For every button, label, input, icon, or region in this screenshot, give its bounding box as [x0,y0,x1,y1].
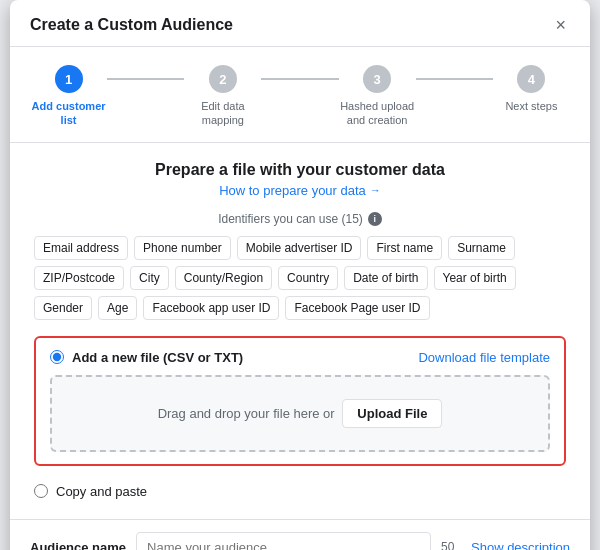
modal-title: Create a Custom Audience [30,16,233,34]
connector-3-4 [416,78,493,80]
step-1-circle: 1 [55,65,83,93]
identifier-tag: Gender [34,296,92,320]
modal-footer: Audience name 50 Show description [10,519,590,550]
char-count: 50 [441,540,461,550]
section-title: Prepare a file with your customer data [34,161,566,179]
modal-header: Create a Custom Audience × [10,0,590,47]
identifiers-label: Identifiers you can use (15) i [34,212,566,226]
info-icon[interactable]: i [368,212,382,226]
upload-radio[interactable] [50,350,64,364]
show-description-link[interactable]: Show description [471,540,570,550]
identifier-tag: Date of birth [344,266,427,290]
tags-container: Email addressPhone numberMobile advertis… [34,236,566,320]
identifier-tag: Age [98,296,137,320]
step-3-label: Hashed upload and creation [339,99,416,128]
modal-body: Prepare a file with your customer data H… [10,143,590,519]
step-4: 4 Next steps [493,65,570,113]
connector-1-2 [107,78,184,80]
section-link-container: How to prepare your data → [34,183,566,198]
upload-option-header: Add a new file (CSV or TXT) Download fil… [50,350,550,365]
identifier-tag: Country [278,266,338,290]
step-3: 3 Hashed upload and creation [339,65,416,128]
audience-name-input[interactable] [136,532,431,550]
identifier-tag: Phone number [134,236,231,260]
step-1: 1 Add customer list [30,65,107,128]
identifier-tag: Email address [34,236,128,260]
download-template-link[interactable]: Download file template [418,350,550,365]
stepper: 1 Add customer list 2 Edit data mapping … [10,47,590,143]
identifier-tag: Facebook app user ID [143,296,279,320]
copy-paste-option: Copy and paste [34,478,566,505]
upload-file-button[interactable]: Upload File [342,399,442,428]
connector-2-3 [261,78,338,80]
copy-paste-radio[interactable] [34,484,48,498]
step-2: 2 Edit data mapping [184,65,261,128]
identifier-tag: City [130,266,169,290]
step-3-circle: 3 [363,65,391,93]
drop-zone[interactable]: Drag and drop your file here or Upload F… [50,375,550,452]
close-button[interactable]: × [551,14,570,36]
step-4-circle: 4 [517,65,545,93]
copy-paste-label[interactable]: Copy and paste [56,484,147,499]
prepare-data-link[interactable]: How to prepare your data → [219,183,381,198]
step-1-label: Add customer list [30,99,107,128]
identifier-tag: First name [367,236,442,260]
identifier-tag: Mobile advertiser ID [237,236,362,260]
external-link-icon: → [370,184,381,196]
step-2-label: Edit data mapping [184,99,261,128]
upload-section: Add a new file (CSV or TXT) Download fil… [34,336,566,466]
step-2-circle: 2 [209,65,237,93]
identifier-tag: County/Region [175,266,272,290]
upload-option-label[interactable]: Add a new file (CSV or TXT) [50,350,243,365]
audience-name-label: Audience name [30,540,126,550]
step-4-label: Next steps [505,99,557,113]
identifier-tag: Facebook Page user ID [285,296,429,320]
identifier-tag: Year of birth [434,266,516,290]
identifier-tag: ZIP/Postcode [34,266,124,290]
identifier-tag: Surname [448,236,515,260]
create-custom-audience-modal: Create a Custom Audience × 1 Add custome… [10,0,590,550]
